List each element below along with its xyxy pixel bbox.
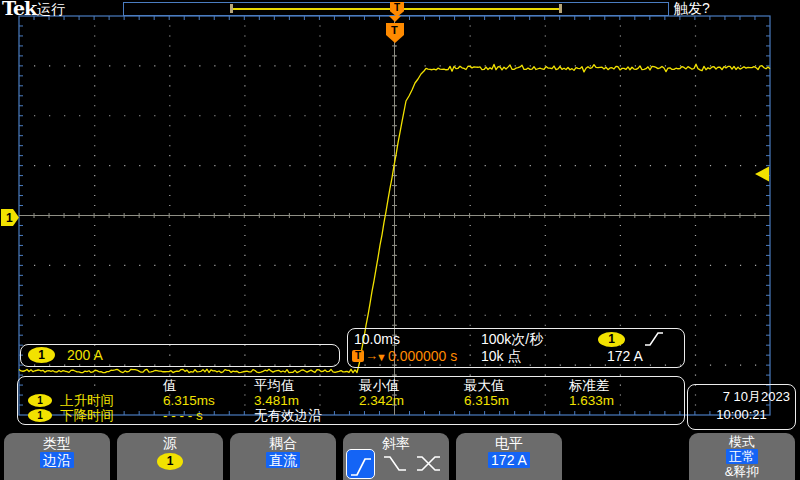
meas-stddev: 1.633m [569,393,614,408]
softkey-menu: 类型 边沿 源 1 耦合 直流 斜率 电平 1 [0,433,800,480]
menu-value-2: &释抑 [689,464,795,480]
triangle-down-icon: ▼ [376,349,387,365]
measurement-row-rise-time: 1 上升时间 6.315ms 3.481m 2.342m 6.315m 1.63… [18,393,684,408]
record-length-readout: 10k 点 [481,348,521,364]
menu-label: 模式 [689,434,795,450]
channel-badge: 1 [28,347,55,363]
date-readout: 7 10月2023 [723,389,790,404]
menu-label: 源 [117,435,223,451]
meas-name: 上升时间 [60,393,114,408]
meas-header-value: 值 [163,378,177,393]
record-view-bar: T [123,2,669,16]
menu-value: 边沿 [40,452,74,468]
rising-slope-icon [348,454,373,480]
meas-header-mean: 平均值 [254,378,295,393]
measurement-panel: 值 平均值 最小值 最大值 标准差 1 上升时间 6.315ms 3.481m … [17,376,685,425]
time-readout: 10:00:21 [688,407,795,422]
meas-value: - - - - s [163,408,203,423]
menu-value: 正常 [726,449,758,464]
trigger-status: 触发? [674,0,710,16]
trigger-position-marker-icon: T [390,2,404,17]
meas-max: 6.315m [464,393,509,408]
tek-logo: Tek [2,0,36,19]
trigger-time-readout: 0.000000 s [388,348,457,364]
meas-mean: 3.481m [254,393,299,408]
menu-label: 类型 [4,435,110,451]
trigger-slope-icon [643,331,665,347]
menu-label: 耦合 [230,435,336,451]
window-bracket-left [230,4,233,13]
menu-label: 电平 [456,435,562,451]
menu-button-level[interactable]: 电平 172 A [456,433,562,480]
window-bracket-right [559,4,562,13]
menu-value: 直流 [266,452,300,468]
meas-name: 下降时间 [60,408,114,423]
oscilloscope-screen: 1T Tek 运行 触发? T 1 200 A 10.0ms 100k次/秒 1… [0,0,800,480]
meas-value: 6.315ms [163,393,215,408]
menu-button-mode[interactable]: 模式 正常 &释抑 [689,433,795,480]
channel-badge: 1 [28,394,52,407]
svg-text:T: T [391,24,398,36]
channel-scale: 200 A [67,347,103,363]
measurement-header-row: 值 平均值 最小值 最大值 标准差 [18,378,684,393]
datetime-box: 7 10月2023 10:00:21 [687,384,796,430]
meas-header-stddev: 标准差 [569,378,610,393]
channel-badge: 1 [28,409,52,422]
meas-header-min: 最小值 [359,378,400,393]
sample-rate-readout: 100k次/秒 [481,331,543,347]
meas-header-max: 最大值 [464,378,505,393]
either-slope-icon[interactable] [415,454,443,474]
trigger-level-readout: 172 A [607,348,643,364]
channel-readout-box: 1 200 A [20,344,340,367]
trigger-source-badge: 1 [598,332,625,347]
timebase-readout: 10.0ms [354,331,400,347]
menu-button-type[interactable]: 类型 边沿 [4,433,110,480]
measurement-row-fall-time: 1 下降时间 - - - - s 无有效边沿 [18,408,684,423]
menu-button-coupling[interactable]: 耦合 直流 [230,433,336,480]
falling-slope-icon[interactable] [382,454,408,474]
menu-button-slope[interactable]: 斜率 [343,433,449,480]
channel-badge: 1 [157,453,183,470]
meas-min: 2.342m [359,393,404,408]
acquisition-status: 运行 [37,1,65,17]
meas-note: 无有效边沿 [254,408,322,423]
horizontal-trigger-readout-box: 10.0ms 100k次/秒 1 T → ▼ 0.000000 s 10k 点 … [347,328,685,368]
trigger-t-icon: T [352,350,364,362]
svg-text:1: 1 [6,211,13,225]
rising-slope-option[interactable] [346,449,375,479]
menu-button-source[interactable]: 源 1 [117,433,223,480]
menu-value: 172 A [488,452,530,468]
